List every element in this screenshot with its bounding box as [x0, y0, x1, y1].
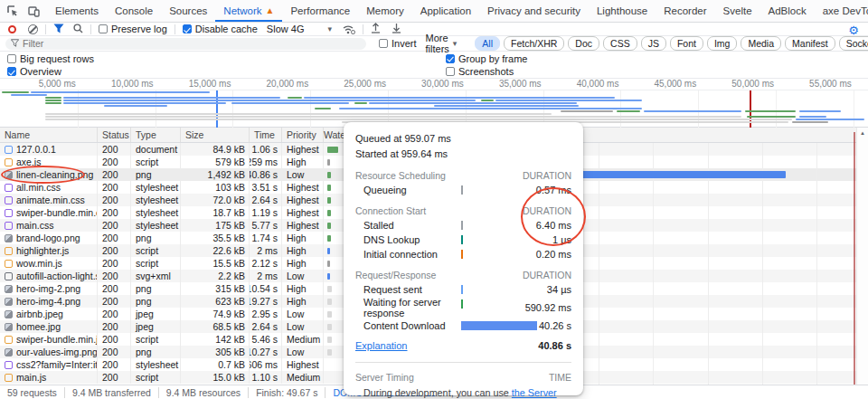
timeline-ruler: 5,000 ms10,000 ms15,000 ms20,000 ms25,00…: [0, 78, 868, 90]
throttling-dropdown[interactable]: Slow 4G▾: [267, 24, 332, 34]
tab-lighthouse[interactable]: Lighthouse: [589, 0, 656, 22]
waterfall-mark: [327, 261, 330, 267]
overview-bar: [2, 91, 29, 93]
filter-chip-socket[interactable]: Socket: [839, 36, 868, 51]
waterfall-mark: [327, 172, 331, 178]
status-item: 9.4 MB resources: [159, 387, 249, 398]
request-name-cell: autofill-action-light.svg: [0, 270, 98, 282]
invert-checkbox[interactable]: Invert: [379, 38, 417, 49]
timing-row: Request sent34 µs: [355, 282, 571, 297]
request-name: hero-img-2.png: [16, 283, 80, 294]
waterfall-gridline: [708, 143, 709, 385]
status-cell: 200: [98, 333, 131, 346]
record-network-log-icon[interactable]: [8, 25, 16, 33]
type-cell: script: [131, 371, 181, 384]
filter-chip-img[interactable]: Img: [707, 36, 738, 51]
overview-bar: [617, 110, 640, 112]
request-name-cell: swiper-bundle.min.js: [0, 333, 98, 346]
search-icon[interactable]: [73, 24, 83, 35]
tab-performance[interactable]: Performance: [282, 0, 358, 22]
screenshots-checkbox[interactable]: Screenshots: [446, 66, 514, 77]
filter-chip-font[interactable]: Font: [670, 36, 703, 51]
tab-memory[interactable]: Memory: [358, 0, 412, 22]
filter-chip-manifest[interactable]: Manifest: [785, 36, 835, 51]
network-conditions-icon[interactable]: [343, 24, 355, 34]
tab-application[interactable]: Application: [412, 0, 479, 22]
tab-label: Memory: [366, 5, 404, 16]
timing-section-header: Resource SchedulingDURATION: [355, 170, 571, 181]
column-header-name[interactable]: Name: [0, 128, 98, 142]
export-har-icon[interactable]: [392, 23, 401, 35]
device-toolbar-icon[interactable]: [28, 5, 40, 17]
file-stylesheet-icon: [5, 184, 13, 192]
column-header-time[interactable]: Time: [250, 128, 282, 142]
tab-label: Recorder: [664, 5, 706, 16]
size-cell: 68.5 kB: [181, 320, 250, 333]
timing-bar: [461, 321, 537, 330]
network-settings-gear-icon[interactable]: ⚙: [848, 24, 859, 37]
inspect-element-icon[interactable]: [7, 5, 19, 17]
timing-tick-icon: [461, 221, 463, 230]
tab-axe-devtools[interactable]: axe DevTools: [815, 0, 868, 22]
filter-chip-js[interactable]: JS: [641, 36, 666, 51]
timing-tick-icon: [461, 285, 463, 294]
tab-recorder[interactable]: Recorder: [656, 0, 714, 22]
filter-chip-media[interactable]: Media: [741, 36, 781, 51]
request-name: animate.min.css: [16, 195, 85, 205]
column-header-size[interactable]: Size: [181, 128, 250, 142]
status-cell: 200: [98, 194, 131, 206]
preserve-log-checkbox[interactable]: Preserve log: [99, 24, 167, 34]
scroll-up-icon[interactable]: ▲: [860, 130, 865, 136]
time-cell: 2.12 s: [250, 257, 282, 270]
tab-privacy-and-security[interactable]: Privacy and security: [479, 0, 589, 22]
filter-chip-fetch-xhr[interactable]: Fetch/XHR: [504, 36, 564, 51]
type-cell: png: [131, 168, 181, 181]
file-image-icon: [5, 310, 13, 318]
annotation-circle-filename: [1, 166, 85, 184]
status-cell: 200: [98, 257, 131, 270]
filter-chip-doc[interactable]: Doc: [568, 36, 599, 51]
tab-sources[interactable]: Sources: [161, 0, 215, 22]
type-cell: script: [131, 333, 181, 346]
request-name-cell: hero-img-4.png: [0, 295, 98, 308]
priority-cell: Highest: [282, 194, 324, 206]
tab-adblock[interactable]: AdBlock: [760, 0, 815, 22]
clear-network-log-icon[interactable]: [28, 24, 38, 34]
tab-svelte[interactable]: Svelte: [715, 0, 760, 22]
status-cell: 200: [98, 181, 131, 194]
tab-console[interactable]: Console: [107, 0, 161, 22]
column-header-status[interactable]: Status: [98, 128, 131, 142]
overview-checkbox[interactable]: Overview: [7, 66, 61, 77]
column-header-priority[interactable]: Priority: [282, 128, 324, 142]
type-cell: stylesheet: [131, 358, 181, 371]
ruler-tick: 45,000 ms: [622, 79, 696, 89]
size-cell: 35.5 kB: [181, 232, 250, 244]
overview-bar: [231, 102, 349, 104]
filter-toggle-icon[interactable]: [53, 24, 64, 35]
status-cell: 200: [98, 206, 131, 219]
priority-cell: High: [282, 295, 324, 308]
time-cell: 10.27 s: [250, 346, 282, 358]
tab-network[interactable]: Network▲: [215, 0, 282, 22]
explanation-link[interactable]: Explanation: [355, 340, 408, 351]
filter-chip-all[interactable]: All: [475, 36, 500, 51]
overview-bar: [434, 108, 642, 109]
type-cell: script: [131, 156, 181, 168]
time-cell: 2 ms: [250, 270, 282, 282]
type-cell: stylesheet: [131, 181, 181, 194]
request-name-cell: main.js: [0, 371, 98, 384]
column-header-type[interactable]: Type: [131, 128, 181, 142]
request-name: css2?family=Inter:ital,...: [16, 359, 98, 370]
file-script-icon: [5, 158, 13, 166]
filter-input[interactable]: [23, 38, 366, 49]
big-request-rows-checkbox[interactable]: Big request rows: [7, 53, 94, 64]
group-by-frame-checkbox[interactable]: Group by frame: [446, 53, 527, 64]
waterfall-scrollbar[interactable]: ▲: [856, 128, 868, 385]
file-script-icon: [5, 374, 13, 382]
filter-chip-css[interactable]: CSS: [603, 36, 637, 51]
time-cell: 606 ms: [250, 358, 282, 371]
size-cell: 74.9 kB: [181, 308, 250, 320]
tab-elements[interactable]: Elements: [47, 0, 107, 22]
disable-cache-checkbox[interactable]: Disable cache: [183, 24, 258, 34]
import-har-icon[interactable]: [371, 23, 381, 35]
